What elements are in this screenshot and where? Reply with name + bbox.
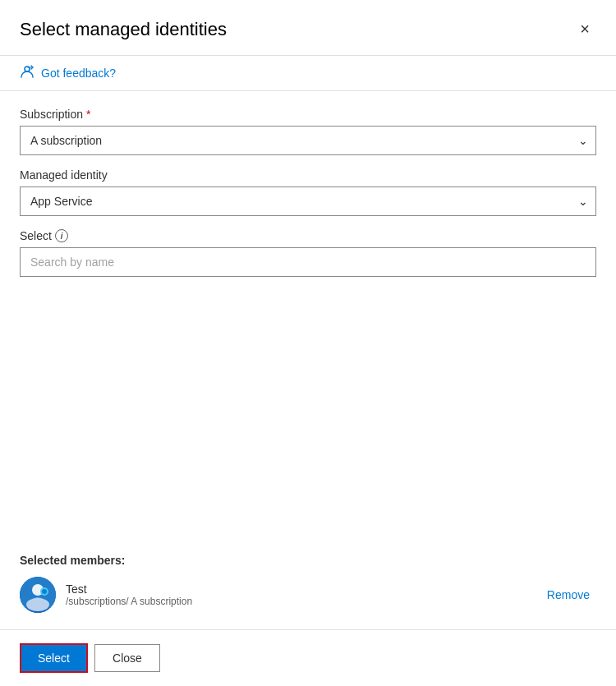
managed-identity-select-wrapper: App Service ⌄: [20, 186, 596, 216]
dialog: Select managed identities × Got feedback…: [0, 0, 616, 686]
managed-identity-group: Managed identity App Service ⌄: [20, 168, 596, 216]
member-info: Test /subscriptions/ A subscription: [66, 582, 531, 607]
subscription-select-wrapper: A subscription ⌄: [20, 126, 596, 155]
managed-identity-label: Managed identity: [20, 168, 596, 182]
svg-point-8: [42, 589, 47, 594]
member-path: /subscriptions/ A subscription: [66, 596, 531, 607]
subscription-label: Subscription *: [20, 108, 596, 121]
member-name: Test: [66, 582, 531, 596]
required-star: *: [86, 108, 90, 121]
managed-identity-select[interactable]: App Service: [20, 186, 596, 216]
dialog-header: Select managed identities ×: [0, 0, 616, 55]
feedback-bar: Got feedback?: [0, 55, 616, 91]
svg-point-6: [26, 598, 49, 611]
info-icon[interactable]: i: [55, 229, 68, 242]
close-icon-button[interactable]: ×: [573, 16, 596, 42]
dialog-title: Select managed identities: [20, 19, 227, 40]
feedback-link[interactable]: Got feedback?: [41, 67, 116, 80]
selected-members-label: Selected members:: [20, 554, 596, 567]
selected-members-section: Selected members: Test /subscriptions/ A…: [0, 554, 616, 629]
avatar: [20, 577, 56, 613]
select-label: Select i: [20, 229, 596, 242]
remove-button[interactable]: Remove: [540, 585, 596, 605]
search-input[interactable]: [20, 247, 596, 277]
select-button[interactable]: Select: [20, 643, 88, 673]
close-button[interactable]: Close: [94, 644, 160, 672]
subscription-select[interactable]: A subscription: [20, 126, 596, 155]
feedback-icon: [20, 64, 34, 82]
dialog-body: Subscription * A subscription ⌄ Managed …: [0, 91, 616, 430]
dialog-footer: Select Close: [0, 629, 616, 686]
subscription-group: Subscription * A subscription ⌄: [20, 108, 596, 155]
select-group: Select i: [20, 229, 596, 277]
member-item: Test /subscriptions/ A subscription Remo…: [20, 577, 596, 613]
